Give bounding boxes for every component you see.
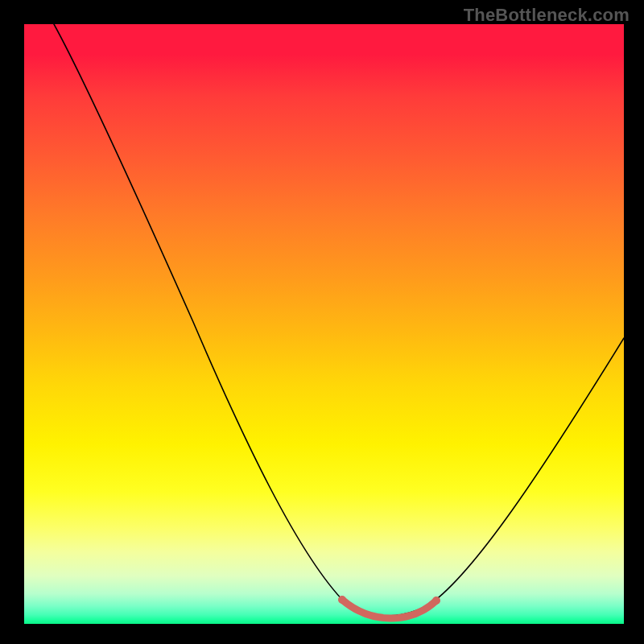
trough-marker-end (432, 597, 440, 605)
trough-marker (342, 600, 436, 618)
trough-marker-start (338, 596, 346, 604)
chart-stage: TheBottleneck.com (0, 0, 644, 644)
curve-path (54, 24, 624, 616)
watermark-text: TheBottleneck.com (464, 5, 630, 26)
curve-layer (24, 24, 624, 624)
plot-area (24, 24, 624, 624)
